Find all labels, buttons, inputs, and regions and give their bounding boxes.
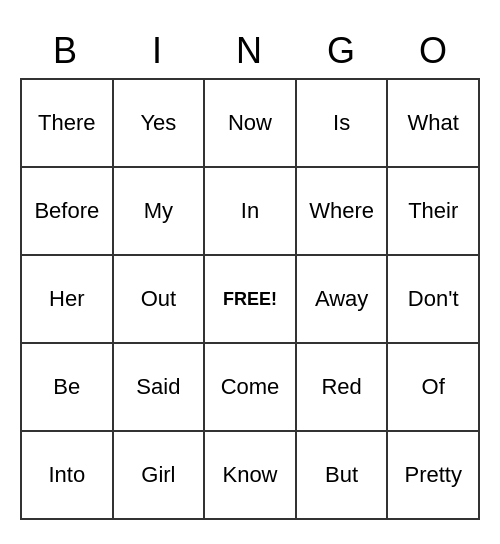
cell-r1-c2: In <box>205 168 297 256</box>
cell-r1-c4: Their <box>388 168 480 256</box>
cell-r2-c3: Away <box>297 256 389 344</box>
cell-r1-c1: My <box>114 168 206 256</box>
cell-r2-c2: FREE! <box>205 256 297 344</box>
cell-r0-c1: Yes <box>114 80 206 168</box>
cell-r0-c4: What <box>388 80 480 168</box>
bingo-header: BINGO <box>20 24 480 78</box>
cell-r3-c2: Come <box>205 344 297 432</box>
header-letter: B <box>20 24 112 78</box>
cell-r0-c3: Is <box>297 80 389 168</box>
cell-r3-c4: Of <box>388 344 480 432</box>
bingo-card: BINGO ThereYesNowIsWhatBeforeMyInWhereTh… <box>20 24 480 520</box>
cell-r0-c2: Now <box>205 80 297 168</box>
cell-r1-c0: Before <box>22 168 114 256</box>
cell-r4-c0: Into <box>22 432 114 520</box>
cell-r2-c4: Don't <box>388 256 480 344</box>
cell-r3-c0: Be <box>22 344 114 432</box>
header-letter: I <box>112 24 204 78</box>
header-letter: O <box>388 24 480 78</box>
cell-r2-c1: Out <box>114 256 206 344</box>
cell-r2-c0: Her <box>22 256 114 344</box>
cell-r4-c4: Pretty <box>388 432 480 520</box>
header-letter: N <box>204 24 296 78</box>
cell-r3-c3: Red <box>297 344 389 432</box>
cell-r4-c3: But <box>297 432 389 520</box>
cell-r0-c0: There <box>22 80 114 168</box>
cell-r4-c1: Girl <box>114 432 206 520</box>
header-letter: G <box>296 24 388 78</box>
cell-r4-c2: Know <box>205 432 297 520</box>
bingo-grid: ThereYesNowIsWhatBeforeMyInWhereTheirHer… <box>20 78 480 520</box>
cell-r3-c1: Said <box>114 344 206 432</box>
cell-r1-c3: Where <box>297 168 389 256</box>
